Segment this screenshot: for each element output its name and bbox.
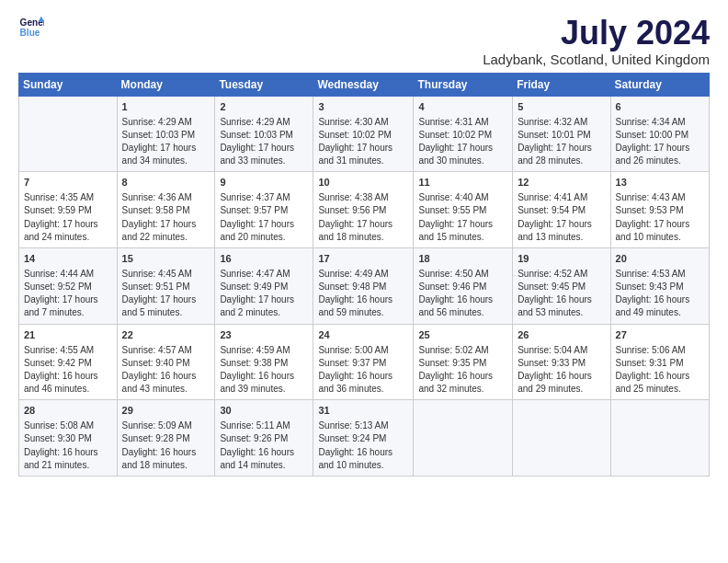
table-row: 1Sunrise: 4:29 AMSunset: 10:03 PMDayligh… — [19, 96, 710, 172]
table-cell: 22Sunrise: 4:57 AMSunset: 9:40 PMDayligh… — [117, 324, 215, 400]
day-number: 15 — [122, 252, 210, 267]
cell-content: Sunrise: 4:55 AMSunset: 9:42 PMDaylight:… — [24, 344, 112, 396]
table-cell: 4Sunrise: 4:31 AMSunset: 10:02 PMDayligh… — [414, 96, 513, 172]
day-number: 1 — [122, 100, 210, 115]
cell-content: Sunrise: 4:34 AMSunset: 10:00 PMDaylight… — [616, 116, 704, 168]
table-cell: 10Sunrise: 4:38 AMSunset: 9:56 PMDayligh… — [313, 172, 414, 248]
cell-content: Sunrise: 4:32 AMSunset: 10:01 PMDaylight… — [518, 116, 605, 168]
day-number: 11 — [418, 176, 507, 190]
day-number: 16 — [220, 252, 308, 267]
cell-content: Sunrise: 5:09 AMSunset: 9:28 PMDaylight:… — [122, 419, 210, 472]
cell-content: Sunrise: 4:49 AMSunset: 9:48 PMDaylight:… — [318, 268, 408, 320]
col-thursday: Thursday — [414, 73, 513, 96]
cell-content: Sunrise: 4:36 AMSunset: 9:58 PMDaylight:… — [122, 191, 210, 244]
col-monday: Monday — [117, 73, 215, 96]
col-friday: Friday — [513, 73, 610, 96]
table-cell: 24Sunrise: 5:00 AMSunset: 9:37 PMDayligh… — [313, 324, 414, 400]
table-cell: 18Sunrise: 4:50 AMSunset: 9:46 PMDayligh… — [414, 247, 513, 324]
table-cell: 20Sunrise: 4:53 AMSunset: 9:43 PMDayligh… — [610, 247, 709, 324]
table-row: 14Sunrise: 4:44 AMSunset: 9:52 PMDayligh… — [19, 247, 710, 324]
day-number: 31 — [318, 404, 408, 419]
day-number: 8 — [122, 176, 210, 190]
cell-content: Sunrise: 4:53 AMSunset: 9:43 PMDaylight:… — [616, 268, 704, 320]
day-number: 12 — [518, 176, 605, 190]
day-number: 2 — [220, 100, 308, 115]
day-number: 19 — [518, 252, 605, 267]
col-saturday: Saturday — [610, 73, 709, 96]
table-row: 21Sunrise: 4:55 AMSunset: 9:42 PMDayligh… — [19, 324, 710, 400]
cell-content: Sunrise: 4:41 AMSunset: 9:54 PMDaylight:… — [518, 191, 605, 244]
header: General Blue July 2024 Ladybank, Scotlan… — [18, 15, 710, 67]
table-cell: 9Sunrise: 4:37 AMSunset: 9:57 PMDaylight… — [215, 172, 313, 248]
cell-content: Sunrise: 4:29 AMSunset: 10:03 PMDaylight… — [220, 116, 308, 168]
table-cell: 25Sunrise: 5:02 AMSunset: 9:35 PMDayligh… — [414, 324, 513, 400]
table-cell: 11Sunrise: 4:40 AMSunset: 9:55 PMDayligh… — [414, 172, 513, 248]
day-number: 17 — [318, 252, 408, 267]
col-sunday: Sunday — [19, 73, 118, 96]
day-number: 27 — [616, 328, 704, 343]
table-cell: 13Sunrise: 4:43 AMSunset: 9:53 PMDayligh… — [610, 172, 709, 248]
cell-content: Sunrise: 5:11 AMSunset: 9:26 PMDaylight:… — [220, 419, 308, 472]
day-number: 3 — [318, 100, 408, 115]
table-cell: 21Sunrise: 4:55 AMSunset: 9:42 PMDayligh… — [19, 324, 118, 400]
day-number: 6 — [616, 100, 704, 115]
table-cell — [414, 400, 513, 477]
calendar-table: Sunday Monday Tuesday Wednesday Thursday… — [18, 73, 710, 477]
table-cell: 8Sunrise: 4:36 AMSunset: 9:58 PMDaylight… — [117, 172, 215, 248]
cell-content: Sunrise: 4:45 AMSunset: 9:51 PMDaylight:… — [122, 268, 210, 320]
title-block: July 2024 Ladybank, Scotland, United Kin… — [483, 15, 710, 67]
day-number: 14 — [24, 252, 112, 267]
cell-content: Sunrise: 4:40 AMSunset: 9:55 PMDaylight:… — [418, 191, 507, 244]
cell-content: Sunrise: 4:50 AMSunset: 9:46 PMDaylight:… — [418, 268, 507, 320]
cell-content: Sunrise: 4:35 AMSunset: 9:59 PMDaylight:… — [24, 191, 112, 244]
table-cell: 2Sunrise: 4:29 AMSunset: 10:03 PMDayligh… — [215, 96, 313, 172]
table-cell: 7Sunrise: 4:35 AMSunset: 9:59 PMDaylight… — [19, 172, 118, 248]
svg-text:Blue: Blue — [20, 28, 40, 38]
day-number: 22 — [122, 328, 210, 343]
day-number: 29 — [122, 404, 210, 419]
day-number: 23 — [220, 328, 308, 343]
day-number: 7 — [24, 176, 112, 190]
header-row: Sunday Monday Tuesday Wednesday Thursday… — [19, 73, 710, 96]
cell-content: Sunrise: 4:59 AMSunset: 9:38 PMDaylight:… — [220, 344, 308, 396]
day-number: 21 — [24, 328, 112, 343]
day-number: 9 — [220, 176, 308, 190]
table-cell: 29Sunrise: 5:09 AMSunset: 9:28 PMDayligh… — [117, 400, 215, 477]
day-number: 18 — [418, 252, 507, 267]
cell-content: Sunrise: 4:29 AMSunset: 10:03 PMDaylight… — [122, 116, 210, 168]
cell-content: Sunrise: 5:04 AMSunset: 9:33 PMDaylight:… — [518, 344, 605, 396]
cell-content: Sunrise: 5:00 AMSunset: 9:37 PMDaylight:… — [318, 344, 408, 396]
day-number: 24 — [318, 328, 408, 343]
table-cell: 30Sunrise: 5:11 AMSunset: 9:26 PMDayligh… — [215, 400, 313, 477]
table-cell: 16Sunrise: 4:47 AMSunset: 9:49 PMDayligh… — [215, 247, 313, 324]
table-cell: 19Sunrise: 4:52 AMSunset: 9:45 PMDayligh… — [513, 247, 610, 324]
table-cell: 28Sunrise: 5:08 AMSunset: 9:30 PMDayligh… — [19, 400, 118, 477]
cell-content: Sunrise: 4:37 AMSunset: 9:57 PMDaylight:… — [220, 191, 308, 244]
cell-content: Sunrise: 4:52 AMSunset: 9:45 PMDaylight:… — [518, 268, 605, 320]
day-number: 4 — [418, 100, 507, 115]
table-cell: 27Sunrise: 5:06 AMSunset: 9:31 PMDayligh… — [610, 324, 709, 400]
table-cell: 31Sunrise: 5:13 AMSunset: 9:24 PMDayligh… — [313, 400, 414, 477]
table-cell: 23Sunrise: 4:59 AMSunset: 9:38 PMDayligh… — [215, 324, 313, 400]
table-cell: 3Sunrise: 4:30 AMSunset: 10:02 PMDayligh… — [313, 96, 414, 172]
cell-content: Sunrise: 4:30 AMSunset: 10:02 PMDaylight… — [318, 116, 408, 168]
day-number: 26 — [518, 328, 605, 343]
table-cell: 14Sunrise: 4:44 AMSunset: 9:52 PMDayligh… — [19, 247, 118, 324]
cell-content: Sunrise: 5:13 AMSunset: 9:24 PMDaylight:… — [318, 419, 408, 472]
day-number: 10 — [318, 176, 408, 190]
logo-icon: General Blue — [18, 15, 44, 40]
table-cell — [610, 400, 709, 477]
day-number: 25 — [418, 328, 507, 343]
calendar-body: 1Sunrise: 4:29 AMSunset: 10:03 PMDayligh… — [19, 96, 710, 476]
table-cell: 15Sunrise: 4:45 AMSunset: 9:51 PMDayligh… — [117, 247, 215, 324]
table-cell: 17Sunrise: 4:49 AMSunset: 9:48 PMDayligh… — [313, 247, 414, 324]
table-cell: 5Sunrise: 4:32 AMSunset: 10:01 PMDayligh… — [513, 96, 610, 172]
table-cell: 1Sunrise: 4:29 AMSunset: 10:03 PMDayligh… — [117, 96, 215, 172]
day-number: 5 — [518, 100, 605, 115]
cell-content: Sunrise: 4:44 AMSunset: 9:52 PMDaylight:… — [24, 268, 112, 320]
day-number: 28 — [24, 404, 112, 419]
table-cell: 26Sunrise: 5:04 AMSunset: 9:33 PMDayligh… — [513, 324, 610, 400]
month-title: July 2024 — [483, 15, 710, 52]
cell-content: Sunrise: 4:31 AMSunset: 10:02 PMDaylight… — [418, 116, 507, 168]
cell-content: Sunrise: 5:08 AMSunset: 9:30 PMDaylight:… — [24, 419, 112, 472]
